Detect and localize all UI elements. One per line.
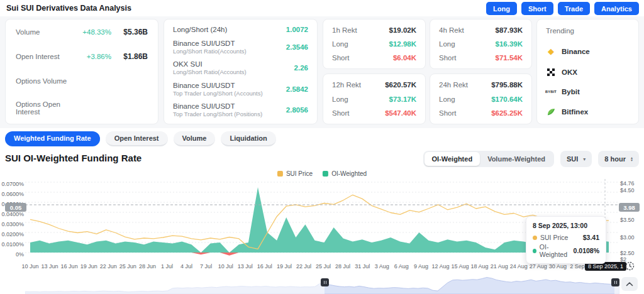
analytics-button[interactable]: Analytics	[594, 2, 639, 15]
x-axis-tick-label: 13 Jul	[238, 263, 253, 270]
legend-label: SUI Price	[286, 170, 313, 177]
stat-value: $1.86B	[111, 52, 148, 61]
x-axis-tick-label: 10 Jun	[21, 263, 38, 270]
ratio-sublabel: Long/Short Ratio(Accounts)	[173, 48, 247, 55]
navigator-left-handle[interactable]	[321, 278, 329, 286]
right-axis-tick-label: $4.50	[620, 187, 635, 193]
rekt-card-24h: 24h Rekt$795.88K Long$170.64K Short$625.…	[430, 74, 532, 124]
left-axis-tick-label: 0.0700%	[0, 181, 24, 187]
chart-tabs: Weighted Funding Rate Open Interest Volu…	[5, 131, 276, 146]
rekt-long-label: Long	[439, 95, 455, 103]
tooltip-series-name: OI-Weighted	[540, 243, 570, 258]
coin-select-value: SUI	[567, 155, 578, 163]
rekt-title: 4h Rekt	[439, 26, 464, 34]
volume-weighted-toggle[interactable]: Volume-Weighted	[480, 152, 553, 166]
x-axis-tick-label: 31 Jul	[355, 263, 370, 270]
ratio-sublabel: Long/Short Ratio(Accounts)	[173, 68, 247, 75]
x-axis-tick-label: 7 Jul	[200, 263, 212, 270]
binance-icon: ◆	[546, 46, 556, 56]
x-axis-tick-label: 22 Jun	[100, 263, 117, 270]
x-axis-tick-label: 6 Aug	[394, 263, 409, 270]
rekt-total: $87.93K	[496, 26, 523, 34]
rekt-title: 12h Rekt	[332, 81, 361, 89]
x-axis-tick-label: 28 Jul	[335, 263, 350, 270]
rekt-short-value: $625.25K	[491, 109, 523, 117]
stat-row-options-volume: Options Volume	[16, 77, 148, 85]
rekt-card-12h: 12h Rekt$620.57K Long$73.17K Short$547.4…	[323, 74, 426, 124]
exchange-name: Bybit	[562, 88, 580, 95]
ratio-label: OKX SUI	[173, 60, 247, 68]
tab-open-interest[interactable]: Open Interest	[106, 131, 168, 146]
bitfinex-icon	[546, 107, 556, 116]
ratio-label: Binance SUI/USDT	[173, 82, 263, 89]
short-button[interactable]: Short	[521, 2, 553, 15]
x-axis-tick-label: 16 Jun	[61, 263, 78, 270]
trade-button[interactable]: Trade	[558, 2, 590, 15]
header-actions: Long Short Trade Analytics	[486, 2, 639, 15]
stat-row-volume: Volume +48.33% $5.36B	[16, 28, 148, 36]
crosshair-right-badge: 3.98	[619, 203, 640, 212]
rekt-short-label: Short	[332, 54, 350, 62]
stat-row-options-open-interest: Options Open Interest	[16, 101, 148, 116]
rekt-long-label: Long	[332, 95, 348, 103]
crosshair-left-badge: 0.05	[5, 203, 26, 212]
interval-select-value: 8 hour	[604, 155, 626, 163]
legend-item-oi-weighted[interactable]: OI-Weighted	[323, 170, 367, 177]
ratio-label: Long/Short (24h)	[173, 26, 227, 33]
x-axis-tick-label: 16 Jul	[257, 263, 272, 270]
x-axis-tick-label: 19 Jun	[80, 263, 97, 270]
ratio-row: Binance SUI/USDT Top Trader Long/Short (…	[173, 102, 308, 117]
long-short-ratio-card: Long/Short (24h) 1.0072 Binance SUI/USDT…	[164, 19, 318, 124]
chart-legend: SUI Price OI-Weighted	[277, 170, 367, 177]
trending-card: Trending ◆ Binance OKX BYBIT Bybit Bitfi…	[536, 19, 639, 124]
collapse-chart-button[interactable]	[621, 277, 638, 291]
trending-item-bybit[interactable]: BYBIT Bybit	[546, 88, 630, 95]
stat-value: $5.36B	[111, 28, 148, 36]
left-axis-tick-label: 0.0100%	[0, 241, 24, 248]
stat-row-open-interest: Open Interest +3.86% $1.86B	[16, 52, 148, 61]
left-axis-tick-label: 0.0600%	[0, 191, 24, 197]
x-axis-tick-label: 18 Aug	[471, 263, 489, 270]
ratio-row: Long/Short (24h) 1.0072	[173, 26, 308, 33]
x-axis-tick-label: 30 Aug	[549, 263, 567, 270]
chevron-down-icon: ▾	[583, 156, 586, 162]
oi-weighted-toggle[interactable]: OI-Weighted	[425, 152, 480, 166]
trending-item-binance[interactable]: ◆ Binance	[546, 46, 630, 56]
exchange-name: Binance	[562, 48, 590, 55]
navigator-right-handle[interactable]	[611, 278, 619, 286]
history-clock-icon[interactable]	[625, 261, 635, 271]
stat-label: Options Open Interest	[16, 101, 72, 116]
ratio-value: 2.26	[294, 64, 308, 72]
exchange-name: Bitfinex	[562, 108, 588, 116]
rekt-long-value: $73.17K	[389, 95, 416, 103]
left-axis-tick-label: 0.0200%	[0, 231, 24, 237]
coin-select[interactable]: SUI ▾	[560, 151, 592, 167]
ratio-value: 1.0072	[286, 26, 308, 33]
sui-price-swatch-icon	[277, 171, 283, 177]
left-axis-tick-label: 0.0400%	[0, 211, 24, 217]
trending-item-bitfinex[interactable]: Bitfinex	[546, 107, 630, 116]
tab-liquidation[interactable]: Liquidation	[221, 131, 275, 146]
interval-select[interactable]: 8 hour ▴▾	[598, 151, 639, 167]
rekt-card-1h: 1h Rekt$19.02K Long$12.98K Short$6.04K	[323, 19, 426, 69]
x-axis-tick-label: 3 Aug	[375, 263, 389, 270]
ratio-row: Binance SUI/USDT Top Trader Long/Short (…	[173, 82, 308, 97]
rekt-short-value: $6.04K	[393, 54, 416, 62]
x-axis-tick-label: 10 Jul	[218, 263, 233, 270]
trending-item-okx[interactable]: OKX	[546, 68, 630, 76]
tab-weighted-funding-rate[interactable]: Weighted Funding Rate	[5, 131, 100, 146]
rekt-short-value: $71.54K	[496, 54, 523, 62]
bybit-icon: BYBIT	[546, 90, 556, 94]
chart-tooltip: 8 Sep 2025, 13:00 SUI Price $3.41 OI-Wei…	[526, 216, 606, 264]
ratio-sublabel: Top Trader Long/Short (Positions)	[173, 111, 262, 117]
left-axis-tick-label: 0.0300%	[0, 221, 24, 227]
rekt-total: $795.88K	[491, 81, 523, 89]
ratio-row: OKX SUI Long/Short Ratio(Accounts) 2.26	[173, 60, 308, 75]
left-axis-tick-label: 0%	[0, 251, 24, 258]
stat-label: Open Interest	[16, 53, 72, 60]
legend-item-sui-price[interactable]: SUI Price	[277, 170, 313, 177]
ratio-label: Binance SUI/USDT	[173, 102, 262, 110]
tab-volume[interactable]: Volume	[174, 131, 216, 146]
long-button[interactable]: Long	[486, 2, 517, 15]
volume-stats-card: Volume +48.33% $5.36B Open Interest +3.8…	[5, 19, 158, 124]
